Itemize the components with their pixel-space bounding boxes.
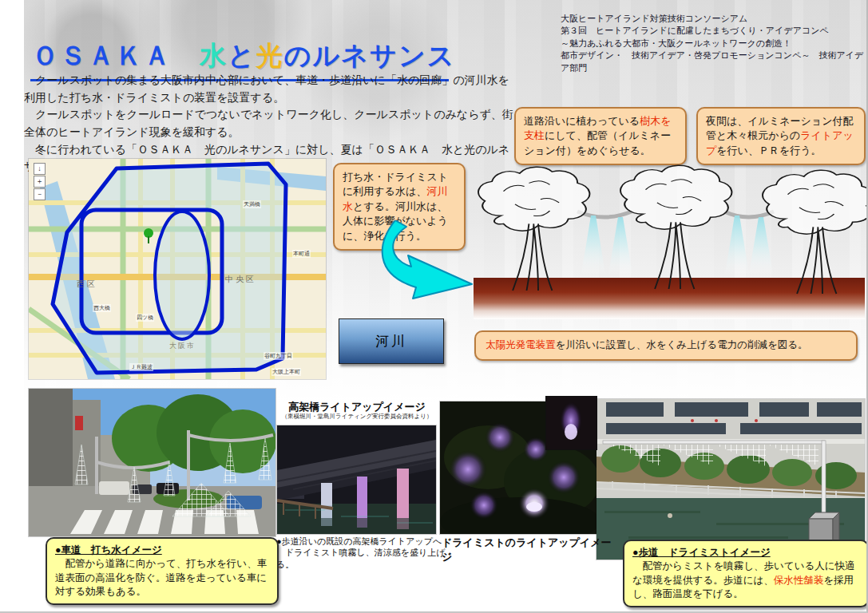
map-pan-control[interactable]: ↓ (34, 163, 46, 175)
org-line: 都市デザイン・ 技術アイデア・啓発プロモーションコンペ～ 技術アイデア部門 (561, 49, 866, 74)
map-label: 谷町九丁目 (264, 352, 293, 360)
tree-icon (478, 167, 589, 291)
map-label-region: 西区 (77, 279, 97, 290)
title-to: と (228, 41, 256, 70)
river-label-box: 河川 (339, 318, 444, 364)
map-label: 西大橋 (93, 304, 111, 312)
sidewalk-box-text-red: 保水性舗装 (774, 575, 824, 586)
roadway-box-body: 配管から道路に向かって、打ち水を行い、車道表面の高温化を防ぐ。道路を走っている車… (55, 557, 269, 599)
intro-paragraph: クールスポットの集まる大阪市内中心部において、車道・歩道沿いに「水の回廊」の河川… (24, 72, 519, 106)
map-zoom-out-button[interactable]: － (34, 188, 46, 200)
map-label: 本町通 (292, 250, 311, 258)
sidewalk-box-title: ●歩道 ドライミストイメージ (632, 546, 859, 560)
bridge-caption-source: （東横堀川・堂島川ライティング実行委員会資料より） (277, 413, 437, 421)
title-osaka: ＯＳＡＫＡ (32, 41, 200, 70)
car (99, 481, 129, 495)
organizer-info: 大阪ヒートアイランド対策技術コンソーシアム 第３回 ヒートアイランドに配慮したま… (561, 13, 866, 74)
map-zoom-in-button[interactable]: ＋ (34, 176, 46, 188)
tree-icon (763, 170, 866, 294)
map-label-city: 大阪市 (169, 341, 196, 351)
org-line: ～魅力あふれる大都市・大阪クールネットワークの創造！ (561, 38, 866, 49)
bridge-caption-title: 高架橋ライトアップイメージ (277, 401, 437, 413)
sidewalk-drymist-box: ●歩道 ドライミストイメージ 配管からミストを噴霧し、歩いている人に快適な環境を… (623, 540, 868, 607)
map-label: 四ツ橋 (136, 314, 154, 322)
bridge-note-line: ドライミスト噴霧し、清涼感を盛り上げる。 (276, 547, 456, 570)
mist-pipe (724, 212, 774, 217)
mist-cone (581, 216, 605, 274)
roadway-box-title: ●車道 打ち水イメージ (55, 544, 269, 557)
river-label: 河川 (375, 332, 407, 350)
callout-text: 道路沿いに植わっている (524, 115, 640, 127)
mist-pipe-overlay (603, 441, 825, 444)
flow-arrow-icon (370, 220, 482, 314)
tree-icon (620, 165, 731, 289)
title-mizu: 水 (200, 41, 228, 70)
bridge-note-line: ●歩道沿いの既設の高架橋ライトアップへ (276, 536, 456, 547)
org-line: 大阪ヒートアイランド対策技術コンソーシアム (561, 13, 866, 25)
bridge-caption-block: 高架橋ライトアップイメージ （東横堀川・堂島川ライティング実行委員会資料より） (277, 401, 437, 421)
street-trees-mist-illustration (467, 154, 866, 323)
mist-photo-caption: ドライミストのライトアップイメージ (442, 536, 613, 564)
callout-text-red: 太陽光発電装置 (486, 339, 556, 350)
elevated-bridge-lightup-photo (277, 425, 436, 534)
callout-solar-power: 太陽光発電装置を川沿いに設置し、水をくみ上げる電力の削減を図る。 (474, 330, 858, 361)
intro-paragraph: クールスポットをクールロードでつないでネットワーク化し、クールスポットのみならず… (24, 106, 519, 140)
drymist-inset-photo (546, 397, 597, 449)
org-line: 第３回 ヒートアイランドに配慮したまちづくり・アイデアコンペ (561, 25, 866, 37)
title-rest: のルネサンス (284, 41, 456, 70)
roadway-uchimizu-box: ●車道 打ち水イメージ 配管から道路に向かって、打ち水を行い、車道表面の高温化を… (46, 537, 279, 605)
map-label-region: 中央区 (225, 274, 256, 285)
poster-page: ＯＳＡＫＡ 水と光のルネサンス 大阪ヒートアイランド対策技術コンソーシアム 第３… (0, 0, 868, 613)
mist-cone (608, 217, 632, 274)
callout-text: を川沿いに設置し、水をくみ上げる電力の削減を図る。 (556, 339, 808, 350)
sidewalk-box-body: 配管からミストを噴霧し、歩いている人に快適な環境を提供する。歩道には、保水性舗装… (632, 560, 859, 601)
callout-text: にして、配管（イルミネーション付）をめぐらせる。 (524, 129, 671, 156)
street-uchimizu-photo (29, 389, 275, 536)
mist-cone (725, 216, 749, 274)
map-label: 大阪上本町 (271, 368, 301, 376)
map-label: ＪＲ難波 (129, 363, 153, 371)
bridge-note: ●歩道沿いの既設の高架橋ライトアップへ ドライミスト噴霧し、清涼感を盛り上げる。 (276, 536, 456, 570)
map-label: 天満橋 (243, 200, 261, 208)
title-hikari: 光 (256, 41, 284, 70)
mist-cone (749, 217, 773, 274)
mist-pipe-vertical (822, 441, 826, 520)
cool-road-inner-loop (155, 212, 209, 339)
osaka-area-map: 天満橋 西区 中央区 本町通 西大橋 四ツ橋 大阪市 ＪＲ難波 谷町九丁目 大阪… (29, 159, 326, 379)
riverside-walkway-photo (597, 399, 865, 560)
